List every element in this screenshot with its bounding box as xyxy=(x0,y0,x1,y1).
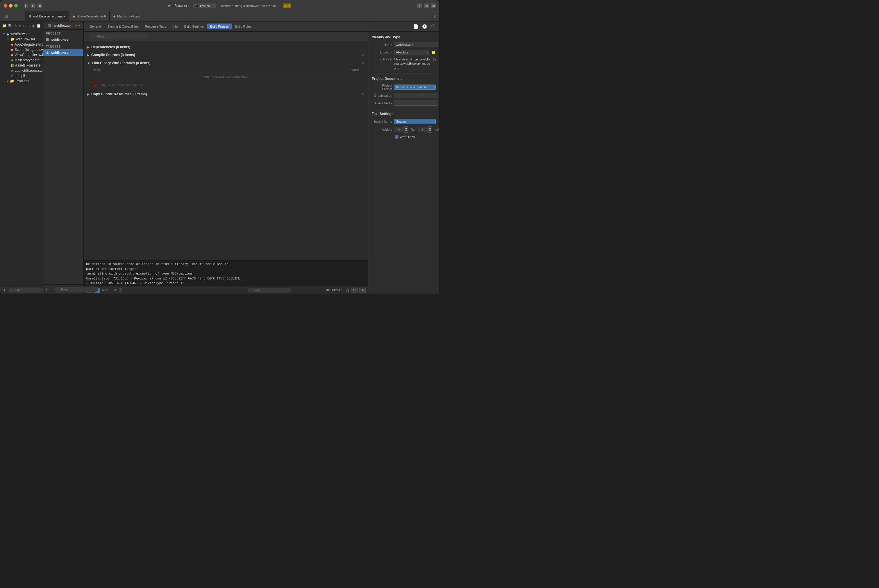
target-icon: ◉ xyxy=(46,51,49,55)
sidebar-filter-input[interactable] xyxy=(8,288,43,292)
tree-item-products[interactable]: ▶ 📁 Products xyxy=(0,78,43,84)
tab-xcodeproj[interactable]: ⊞ webBrowser.xcodeproj xyxy=(25,11,69,21)
debug-tool-btn[interactable]: ▷ xyxy=(27,22,31,29)
report-tool-btn[interactable]: 📋 xyxy=(36,22,41,29)
minimize-button[interactable] xyxy=(9,4,12,8)
log-split-1[interactable]: ⊟ xyxy=(351,288,358,293)
add-tab-btn[interactable]: + xyxy=(417,3,422,8)
tab-width-input[interactable] xyxy=(394,127,404,132)
inspector-file-btn[interactable]: 📄 xyxy=(412,23,419,30)
tab-mainstoryboard[interactable]: ◆ Main.storyboard xyxy=(110,11,144,21)
panel-project-item[interactable]: ⊞ webBrowser xyxy=(43,36,83,43)
editor-breadcrumb: ▤ webBrowser ⚠ ● xyxy=(43,21,83,30)
breakpoint-tool-btn[interactable]: ◆ xyxy=(32,22,36,29)
path-reveal-btn[interactable]: ◎ xyxy=(433,57,436,61)
indent-width-input[interactable] xyxy=(418,127,428,132)
location-label: Location xyxy=(372,51,392,54)
breadcrumb-project: webBrowser xyxy=(168,4,187,8)
tab-build-phases[interactable]: Build Phases xyxy=(207,24,232,29)
test-tool-btn[interactable]: ◇ xyxy=(23,22,27,29)
organization-input[interactable] xyxy=(394,93,438,98)
output-trash-btn[interactable]: 🗑 xyxy=(345,288,349,292)
error-tool-btn[interactable]: ◈ xyxy=(18,22,22,29)
folder-tool-btn[interactable]: 📁 xyxy=(2,22,7,29)
tree-item-infoplist[interactable]: ◇ Info.plist xyxy=(0,73,43,78)
phase-copy-header[interactable]: ▶ Copy Bundle Resources (3 items) × xyxy=(84,90,368,98)
wrap-lines-checkbox[interactable]: ✓ Wrap lines xyxy=(395,135,415,139)
phase-compile-header[interactable]: ▶ Compile Sources (3 items) × xyxy=(84,51,368,59)
tab-general[interactable]: General xyxy=(87,24,104,29)
inspector-history-btn[interactable]: 🕐 xyxy=(421,23,428,30)
tab-resource-tags[interactable]: Resource Tags xyxy=(142,24,169,29)
tree-item-mainstoryboard[interactable]: ◈ Main.storyboard xyxy=(0,57,43,63)
stop-button[interactable]: ■ xyxy=(38,3,42,8)
sidebar-toggle-area[interactable]: ▤ xyxy=(0,11,12,21)
swift-icon-scenedelegate: ◆ xyxy=(11,48,14,52)
tab-back-btn[interactable]: ‹ xyxy=(14,14,18,19)
location-folder-btn[interactable]: 📁 xyxy=(431,50,436,55)
split-view-btn[interactable]: ⊟ xyxy=(424,3,429,8)
warning-badge[interactable]: ⚠ 4 xyxy=(283,3,291,8)
close-button[interactable] xyxy=(4,4,7,8)
tree-item-webbrowser-group[interactable]: ▼ 📁 webBrowser xyxy=(0,37,43,42)
project-section-label: PROJECT xyxy=(43,30,83,36)
tab-signing[interactable]: Signing & Capabilities xyxy=(104,24,141,29)
indent-width-up[interactable]: ▲ xyxy=(428,127,432,130)
inspector-toggle-btn[interactable]: ◨ xyxy=(431,3,436,8)
output-line-4: CoreSimulator 732.18.6 - Device: iPhone … xyxy=(86,276,366,281)
log-split-2[interactable]: ⊞ xyxy=(359,288,366,293)
location-select[interactable]: Absolute xyxy=(394,50,429,55)
breadcrumb-sidebar-btn[interactable]: ▤ xyxy=(46,22,52,29)
name-input[interactable] xyxy=(394,42,438,47)
phase-link-header[interactable]: ▼ Link Binary With Libraries (0 items) × xyxy=(84,59,368,67)
output-line-2: part of the correct target)' xyxy=(86,267,366,272)
tab-info[interactable]: Info xyxy=(170,24,180,29)
inspector-name-row: Name xyxy=(372,42,436,47)
panel-target-item[interactable]: ◉ webBrowser xyxy=(43,50,83,56)
find-tool-btn[interactable]: 🔍 xyxy=(8,22,12,29)
project-doc-title: Project Document xyxy=(372,77,436,81)
panel-filter-wrap: ⌕ xyxy=(55,287,98,292)
project-format-select[interactable]: Xcode 9.3-compatible xyxy=(394,84,436,90)
output-filter-input[interactable] xyxy=(247,288,291,292)
add-phase-btn[interactable]: + xyxy=(87,33,90,39)
indent-using-select[interactable]: Spaces xyxy=(394,119,436,124)
root-icon: ◉ xyxy=(6,32,9,36)
maximize-button[interactable] xyxy=(14,4,18,8)
compile-close-btn[interactable]: × xyxy=(362,52,365,57)
phase-dependencies-header[interactable]: ▶ Dependencies (0 items) xyxy=(84,43,368,51)
tree-item-viewcontroller[interactable]: ◆ ViewController.swift xyxy=(0,52,43,57)
tab-scenedelegate[interactable]: ◆ SceneDelegate.swift xyxy=(69,11,110,21)
inspector-info-btn[interactable]: ⓘ xyxy=(430,23,436,30)
sidebar-toggle-btn[interactable]: ◧ xyxy=(24,3,28,8)
panel-add-btn[interactable]: + xyxy=(45,287,48,292)
tree-item-appdelegate[interactable]: ◆ AppDelegate.swift xyxy=(0,42,43,47)
class-prefix-input[interactable] xyxy=(394,100,438,106)
tab-build-settings[interactable]: Build Settings xyxy=(181,24,207,29)
link-add-btn[interactable]: + xyxy=(92,82,98,88)
panel-minus-btn[interactable]: − xyxy=(50,287,53,292)
layout-icon: ⊟ xyxy=(433,14,436,18)
sidebar-add-btn[interactable]: + xyxy=(3,288,6,293)
phases-filter-input[interactable] xyxy=(91,34,149,39)
tab-nav-buttons: ‹ › xyxy=(12,11,25,21)
tab-width-up[interactable]: ▲ xyxy=(404,127,408,130)
tree-item-assets[interactable]: ◧ Assets.xcassets xyxy=(0,63,43,68)
tree-item-scenedelegate[interactable]: ◆ SceneDelegate.swift xyxy=(0,47,43,52)
indent-width-down[interactable]: ▼ xyxy=(428,130,432,132)
tab-forward-btn[interactable]: › xyxy=(19,14,23,19)
tab-width-down[interactable]: ▼ xyxy=(404,130,408,132)
link-close-btn[interactable]: × xyxy=(362,61,365,65)
tab-build-rules[interactable]: Build Rules xyxy=(232,24,254,29)
project-panel: ▤ webBrowser ⚠ ● PROJECT ⊞ webBrowser TA… xyxy=(43,21,84,294)
tree-item-root[interactable]: ▼ ◉ webBrowser xyxy=(0,32,43,37)
device-selector[interactable]: 📱 iPhone 12 xyxy=(193,3,216,8)
warning-tool-btn[interactable]: ⚠ xyxy=(14,22,17,29)
output-eye-btn[interactable]: 👁 xyxy=(114,288,117,292)
copy-close-btn[interactable]: × xyxy=(362,92,365,96)
panel-filter-input[interactable] xyxy=(55,287,98,292)
tree-item-launchscreen[interactable]: ◈ LaunchScreen.storyboard xyxy=(0,68,43,73)
output-info-btn[interactable]: ⓘ xyxy=(119,288,122,292)
tab-right-btn[interactable]: ⊟ xyxy=(430,11,439,21)
play-button[interactable]: ▶ xyxy=(30,3,35,8)
